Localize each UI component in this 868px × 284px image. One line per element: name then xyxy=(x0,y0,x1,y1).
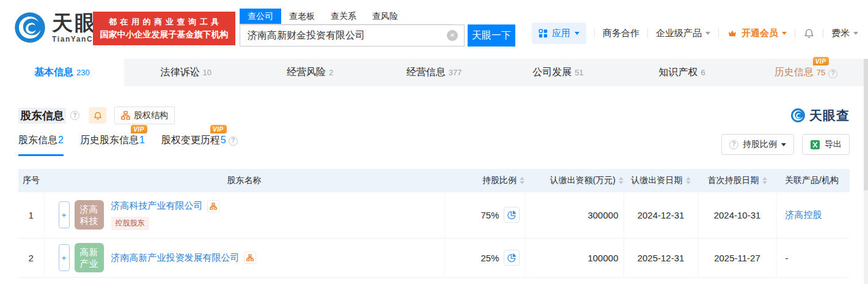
bell-icon xyxy=(93,111,103,121)
subtab-shareholder-info[interactable]: 股东信息2 xyxy=(18,134,64,156)
equity-chart-button[interactable] xyxy=(207,200,219,212)
search-area: 查公司 查老板 查关系 查风险 天眼一下 xyxy=(240,9,515,47)
username-label: 费米 xyxy=(831,28,850,39)
slogan-banner: 都 在 用 的 商 业 查 询 工 具 国家中小企业发展子基金旗下机构 xyxy=(93,12,235,45)
subtab-historical-shareholders[interactable]: VIP 历史股东信息1 xyxy=(80,134,145,154)
related-product-link[interactable]: 济高控股 xyxy=(785,209,822,220)
vip-badge: VIP xyxy=(210,125,227,133)
notifications-bell-icon[interactable] xyxy=(803,28,815,39)
equity-chart-button[interactable] xyxy=(244,252,256,264)
col-subscribed-date[interactable]: 认缴出资日期 xyxy=(623,169,698,192)
help-icon[interactable] xyxy=(70,111,79,120)
help-icon[interactable] xyxy=(229,136,238,146)
divider xyxy=(718,29,719,38)
subscribe-bell-button[interactable] xyxy=(89,107,106,124)
search-submit-button[interactable]: 天眼一下 xyxy=(468,24,515,47)
export-button[interactable]: 导出 xyxy=(802,134,850,155)
org-chart-icon xyxy=(121,111,130,120)
sort-icon[interactable] xyxy=(619,177,623,184)
tab-intellectual-property[interactable]: 知识产权 6 xyxy=(620,59,744,86)
equity-structure-button[interactable]: 股权结构 xyxy=(114,106,175,124)
shareholder-name-cell: 济高 科技 济高科技产业有限公司 xyxy=(44,192,444,238)
shareholding-ratio-filter-button[interactable]: 持股比例 xyxy=(721,134,794,155)
tianyancha-logo-icon xyxy=(790,108,806,123)
expand-button[interactable] xyxy=(59,201,70,228)
tab-label: 基本信息 xyxy=(34,66,73,79)
subscribe-date-cell: 2025-12-31 xyxy=(623,238,698,277)
company-link[interactable]: 济高科技产业有限公司 xyxy=(111,200,203,212)
search-tab-relation[interactable]: 查关系 xyxy=(323,9,364,24)
tab-label: 历史信息 xyxy=(774,66,814,79)
shareholders-table: 序号 股东名称 持股比例 认缴出资额(万元) 认缴出资日期 首次持股日期 关联产… xyxy=(18,169,850,278)
apps-menu[interactable]: 应用 xyxy=(532,23,586,44)
tab-basic-info[interactable]: 基本信息 230 xyxy=(0,59,124,86)
excel-icon xyxy=(810,140,820,150)
tab-count: 2 xyxy=(329,68,333,77)
pie-chart-button[interactable] xyxy=(504,250,520,266)
tianyancha-page: 天眼查 TianYanCha.com 都 在 用 的 商 业 查 询 工 具 国… xyxy=(0,0,868,284)
search-tab-risk[interactable]: 查风险 xyxy=(364,9,406,24)
expand-button[interactable] xyxy=(59,244,70,271)
subtab-equity-change-history[interactable]: VIP 股权变更历程5 xyxy=(161,134,238,154)
nav-enterprise-products[interactable]: 企业级产品 xyxy=(656,28,710,39)
subtab-count: 5 xyxy=(221,135,226,145)
sort-icon[interactable] xyxy=(520,177,524,184)
tab-label: 经营风险 xyxy=(287,66,326,79)
tab-operational-risk[interactable]: 经营风险 2 xyxy=(248,59,372,86)
tab-company-development[interactable]: 公司发展 51 xyxy=(496,59,620,86)
tab-label: 公司发展 xyxy=(532,66,572,79)
sort-icon[interactable] xyxy=(762,177,767,184)
main-tabbar: 基本信息 230 法律诉讼 10 经营风险 2 经营信息 377 公司发展 51… xyxy=(0,59,868,86)
chevron-down-icon xyxy=(781,143,786,146)
clear-icon[interactable] xyxy=(447,30,458,41)
shareholder-name-cell: 高新 产业 济南高新产业投资发展有限公司 xyxy=(44,238,444,277)
header: 天眼查 TianYanCha.com 都 在 用 的 商 业 查 询 工 具 国… xyxy=(0,0,868,59)
pie-chart-button[interactable] xyxy=(504,207,520,223)
first-hold-date-cell: 2025-11-27 xyxy=(698,238,776,277)
shareholder-subtabs: 股东信息2 VIP 历史股东信息1 VIP 股权变更历程5 持股比例 xyxy=(18,134,850,156)
pie-chart-icon xyxy=(507,253,517,263)
watermark-text: 天眼查 xyxy=(809,107,850,124)
help-icon[interactable] xyxy=(828,69,837,78)
membership-label: 开通会员 xyxy=(741,28,778,39)
tab-label: 法律诉讼 xyxy=(161,66,200,79)
nav-cooperation[interactable]: 商务合作 xyxy=(603,28,639,39)
slogan-line1: 都 在 用 的 商 业 查 询 工 具 xyxy=(109,17,220,28)
company-link[interactable]: 济南高新产业投资发展有限公司 xyxy=(111,252,240,264)
row-index: 1 xyxy=(18,192,44,238)
apps-grid-icon xyxy=(539,29,548,38)
tab-count: 51 xyxy=(575,68,583,77)
col-shareholding-ratio[interactable]: 持股比例 xyxy=(444,169,524,192)
avatar: 济高 科技 xyxy=(75,200,104,230)
avatar: 高新 产业 xyxy=(75,243,104,272)
search-row: 天眼一下 xyxy=(240,24,515,47)
tab-history-info[interactable]: VIP 历史信息 75 xyxy=(744,59,868,86)
col-index: 序号 xyxy=(18,169,44,192)
search-input[interactable] xyxy=(240,25,464,46)
nav-user-menu[interactable]: 费米 xyxy=(831,28,858,39)
header-nav: 应用 商务合作 企业级产品 开通会员 xyxy=(532,23,858,44)
col-first-holding-date[interactable]: 首次持股日期 xyxy=(698,169,776,192)
table-row: 1 济高 科技 济高科技产业有限公司 xyxy=(18,192,850,238)
sort-icon[interactable] xyxy=(686,177,691,184)
chevron-down-icon xyxy=(782,32,787,35)
nav-open-membership[interactable]: 开通会员 xyxy=(727,28,787,39)
tab-count: 377 xyxy=(449,68,462,77)
scrollbar-thumb[interactable] xyxy=(864,59,868,190)
col-related-products: 关联产品/机构 xyxy=(776,169,850,192)
tab-legal-proceedings[interactable]: 法律诉讼 10 xyxy=(124,59,248,86)
subtab-label: 股东信息 xyxy=(18,135,57,145)
vip-badge: VIP xyxy=(813,57,829,65)
search-tab-boss[interactable]: 查老板 xyxy=(281,9,323,24)
chevron-down-icon xyxy=(705,32,710,35)
crown-icon xyxy=(727,28,738,39)
search-tab-company[interactable]: 查公司 xyxy=(240,9,281,24)
tab-business-info[interactable]: 经营信息 377 xyxy=(372,59,496,86)
cooperation-label: 商务合作 xyxy=(603,28,639,39)
tab-count: 230 xyxy=(76,68,90,77)
vip-badge: VIP xyxy=(131,125,147,133)
table-row: 2 高新 产业 济南高新产业投资发展有限公司 xyxy=(18,238,850,277)
col-subscribed-capital[interactable]: 认缴出资额(万元) xyxy=(524,169,623,192)
pie-chart-icon xyxy=(507,210,517,220)
apps-label: 应用 xyxy=(552,28,570,39)
